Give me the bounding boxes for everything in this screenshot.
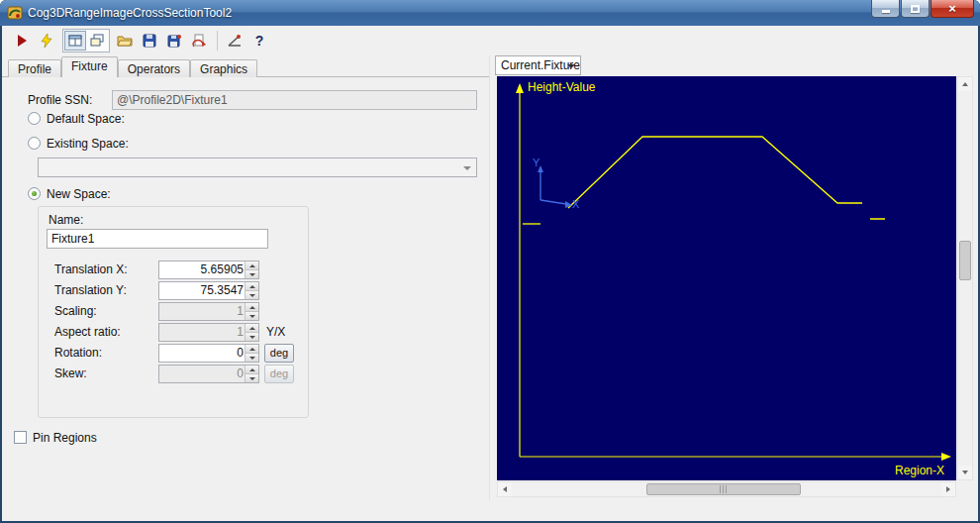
spin-up-button <box>245 324 258 333</box>
app-icon <box>7 5 23 21</box>
display-selector-combo[interactable]: Current.Fixture <box>495 55 581 75</box>
tab-profile[interactable]: Profile <box>8 59 61 77</box>
spin-down-button[interactable] <box>245 354 258 362</box>
chevron-down-icon <box>567 64 575 68</box>
spin-down-button[interactable] <box>245 291 258 299</box>
svg-text:Height-Value: Height-Value <box>528 80 596 94</box>
run-button[interactable] <box>10 29 34 52</box>
lightning-icon <box>39 33 54 49</box>
new-space-radio[interactable] <box>28 187 41 200</box>
close-icon: × <box>948 1 956 16</box>
arrow-up-icon <box>962 82 968 86</box>
result-display-button[interactable] <box>64 31 86 51</box>
horizontal-scroll-thumb[interactable] <box>646 483 801 495</box>
scaling-input: 1 <box>158 302 259 321</box>
reset-button[interactable] <box>187 29 211 52</box>
minimize-button[interactable] <box>871 0 900 18</box>
existing-space-radio[interactable] <box>28 137 41 150</box>
skew-deg-button: deg <box>264 365 294 383</box>
default-space-radio[interactable] <box>28 112 41 125</box>
svg-text:Region-X: Region-X <box>895 464 944 477</box>
arrow-left-icon <box>503 486 507 492</box>
vertical-scroll-thumb[interactable] <box>959 241 971 280</box>
spinner-buttons <box>245 303 258 320</box>
rotation-label: Rotation: <box>54 346 102 360</box>
spin-up-button[interactable] <box>245 282 258 291</box>
floppy-icon <box>142 33 157 49</box>
float-display-button[interactable] <box>86 31 108 51</box>
spin-down-button <box>245 374 258 382</box>
tool-window: Cog3DRangeImageCrossSectionTool2 × <box>0 0 980 523</box>
profile-ssn-label: Profile SSN: <box>28 93 92 107</box>
spin-down-button <box>245 333 258 341</box>
grip-icon <box>720 485 728 493</box>
save-button[interactable] <box>138 29 161 52</box>
display-toggle-group <box>62 29 110 52</box>
skew-label: Skew: <box>54 366 87 380</box>
pin-regions-checkbox[interactable] <box>14 431 27 444</box>
default-space-label: Default Space: <box>47 112 125 126</box>
tab-graphics[interactable]: Graphics <box>190 59 257 77</box>
scroll-up-button[interactable] <box>958 77 972 91</box>
maximize-button[interactable] <box>901 0 930 18</box>
spin-up-button <box>245 366 258 374</box>
reset-icon <box>191 33 207 49</box>
spinner-buttons <box>245 366 258 382</box>
grid-window-icon <box>67 33 83 49</box>
scroll-down-button[interactable] <box>958 466 972 479</box>
main-area: ProfileFixtureOperatorsGraphics Profile … <box>2 55 978 499</box>
svg-text:Y: Y <box>533 157 540 168</box>
title-bar[interactable]: Cog3DRangeImageCrossSectionTool2 × <box>0 0 980 26</box>
run-icon <box>14 33 30 49</box>
overlapping-windows-icon <box>89 33 105 49</box>
tab-strip: ProfileFixtureOperatorsGraphics <box>2 55 489 77</box>
spin-up-button[interactable] <box>245 345 258 354</box>
rotation-deg-button[interactable]: deg <box>264 344 294 363</box>
spin-up-button[interactable] <box>245 262 258 270</box>
left-panel: ProfileFixtureOperatorsGraphics Profile … <box>2 55 489 499</box>
floppy-record-icon <box>166 33 182 49</box>
new-space-groupbox: Name: Fixture1 Translation X: 5.65905 Tr… <box>38 206 309 418</box>
help-icon: ? <box>255 33 264 49</box>
maximize-icon <box>911 5 920 13</box>
save-record-button[interactable] <box>162 29 186 52</box>
spinner-buttons <box>245 324 258 341</box>
rotation-input[interactable]: 0 <box>158 344 259 363</box>
horizontal-scrollbar[interactable] <box>497 481 956 497</box>
toolbar: ? <box>2 26 978 55</box>
translation-x-input[interactable]: 5.65905 <box>158 261 259 279</box>
translation-y-input[interactable]: 75.3547 <box>158 281 259 300</box>
spinner-buttons[interactable] <box>245 345 258 362</box>
skew-input: 0 <box>158 365 259 383</box>
spin-down-button[interactable] <box>245 270 258 278</box>
display-panel: Current.Fixture Height-ValueRegion-XYX <box>495 55 978 499</box>
open-folder-icon <box>117 33 133 49</box>
aspect-ratio-suffix: Y/X <box>266 325 285 339</box>
close-button[interactable]: × <box>931 0 974 18</box>
angle-ruler-icon <box>227 33 243 49</box>
scroll-right-button[interactable] <box>941 482 955 496</box>
tools-button[interactable] <box>223 29 246 52</box>
help-button[interactable]: ? <box>247 29 271 52</box>
translation-y-label: Translation Y: <box>54 283 127 297</box>
new-space-label: New Space: <box>47 187 111 201</box>
name-label: Name: <box>49 213 83 227</box>
tab-fixture[interactable]: Fixture <box>61 56 118 77</box>
spinner-buttons[interactable] <box>245 262 258 278</box>
open-button[interactable] <box>113 29 137 52</box>
electric-run-button[interactable] <box>35 29 58 52</box>
fixture-tab-content: Profile SSN: @\Profile2D\Fixture1 Defaul… <box>2 78 489 499</box>
arrow-down-icon <box>962 471 968 474</box>
scroll-left-button[interactable] <box>498 482 512 496</box>
profile-ssn-field: @\Profile2D\Fixture1 <box>112 90 477 110</box>
name-input[interactable]: Fixture1 <box>47 229 268 249</box>
aspect-ratio-input: 1 <box>158 323 259 342</box>
spin-up-button <box>245 303 258 312</box>
spinner-buttons[interactable] <box>245 282 258 299</box>
profile-plot[interactable]: Height-ValueRegion-XYX <box>497 76 956 480</box>
arrow-right-icon <box>946 486 950 492</box>
spin-down-button <box>245 312 258 320</box>
tab-operators[interactable]: Operators <box>118 59 190 77</box>
vertical-scrollbar[interactable] <box>957 76 973 480</box>
existing-space-combo <box>38 157 477 177</box>
